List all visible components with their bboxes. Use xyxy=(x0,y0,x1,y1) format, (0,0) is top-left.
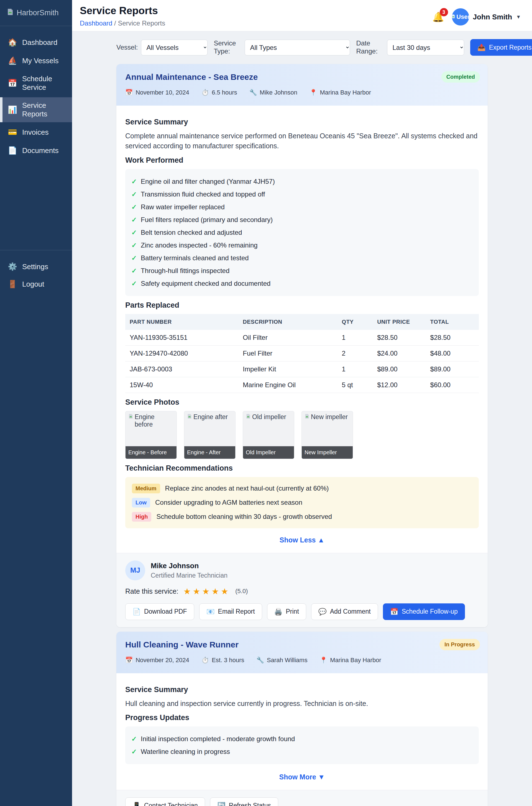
parts-replaced-heading: Parts Replaced xyxy=(125,301,479,310)
calendar-icon: 📅 xyxy=(125,89,133,96)
sidebar-item-documents[interactable]: 📄 Documents xyxy=(0,142,72,159)
priority-badge-medium: Medium xyxy=(132,484,160,493)
work-item: ✓Raw water impeller replaced xyxy=(131,201,473,213)
report-body: Service Summary Hull cleaning and inspec… xyxy=(116,673,488,790)
report-duration: 6.5 hours xyxy=(212,89,237,96)
door-icon: 🚪 xyxy=(8,280,17,288)
show-less-link[interactable]: Show Less ▲ xyxy=(280,536,324,544)
work-item: ✓Belt tension checked and adjusted xyxy=(131,226,473,239)
calendar-icon: 📅 xyxy=(390,608,398,616)
check-icon: ✓ xyxy=(131,280,137,287)
work-item: ✓Fuel filters replaced (primary and seco… xyxy=(131,213,473,226)
service-type-filter: Service Type: All Types xyxy=(214,39,350,55)
email-report-button[interactable]: 📧Email Report xyxy=(199,603,262,620)
service-photos: Engine before Engine - Before Engine aft… xyxy=(125,411,479,459)
report-card-header: Hull Cleaning - Wave Runner In Progress … xyxy=(116,632,488,673)
chevron-down-icon: ▼ xyxy=(318,773,325,781)
contact-technician-button[interactable]: 📱Contact Technician xyxy=(125,798,205,806)
show-more-link[interactable]: Show More ▼ xyxy=(279,773,325,781)
rating-label: Rate this service: xyxy=(125,587,178,595)
download-pdf-button[interactable]: 📄Download PDF xyxy=(125,603,194,620)
progress-item: ✓Initial inspection completed - moderate… xyxy=(131,733,473,745)
wrench-icon: 🔧 xyxy=(256,657,264,664)
sailboat-icon: ⛵ xyxy=(8,56,17,65)
table-row: 15W-40Marine Engine Oil5 qt$12.00$60.00 xyxy=(125,377,479,393)
photo-engine-after[interactable]: Engine after Engine - After xyxy=(184,411,235,459)
sidebar-item-settings[interactable]: ⚙️ Settings xyxy=(0,258,72,275)
photo-alt-text: New impeller xyxy=(311,413,348,421)
sidebar-item-service-reports[interactable]: 📊 Service Reports xyxy=(0,97,72,122)
sidebar-nav: 🏠 Dashboard ⛵ My Vessels 📅 Schedule Serv… xyxy=(0,26,72,160)
calendar-icon: 📅 xyxy=(125,657,133,664)
bar-chart-icon: 📊 xyxy=(8,105,17,114)
stopwatch-icon: ⏱️ xyxy=(202,89,209,96)
check-icon: ✓ xyxy=(131,241,137,249)
check-icon: ✓ xyxy=(131,229,137,237)
check-icon: ✓ xyxy=(131,267,137,275)
sidebar-item-invoices[interactable]: 💳 Invoices xyxy=(0,124,72,140)
col-part-number: PART NUMBER xyxy=(125,314,238,330)
work-item: ✓Transmission fluid checked and topped o… xyxy=(131,188,473,201)
sidebar-item-label: Service Reports xyxy=(22,101,64,118)
notifications-button[interactable]: 🔔 3 xyxy=(432,11,444,22)
chevron-down-icon: ▼ xyxy=(516,14,521,20)
priority-badge-low: Low xyxy=(132,498,150,507)
photo-engine-before[interactable]: Engine before Engine - Before xyxy=(125,411,177,459)
check-icon: ✓ xyxy=(131,190,137,198)
refresh-status-button[interactable]: 🔄Refresh Status xyxy=(210,798,278,806)
report-actions: 📱Contact Technician 🔄Refresh Status xyxy=(125,798,479,806)
export-reports-button[interactable]: 📤 Export Reports xyxy=(470,39,532,56)
user-menu[interactable]: User John Smith ▼ xyxy=(452,8,521,25)
report-meta: 📅November 10, 2024 ⏱️6.5 hours 🔧Mike Joh… xyxy=(125,89,479,96)
print-button[interactable]: 🖨️Print xyxy=(267,603,306,620)
phone-icon: 📱 xyxy=(132,802,141,806)
add-comment-button[interactable]: 💬Add Comment xyxy=(311,603,378,620)
sidebar-item-dashboard[interactable]: 🏠 Dashboard xyxy=(0,34,72,51)
breadcrumb-dashboard-link[interactable]: Dashboard xyxy=(80,19,112,27)
work-performed-list: ✓Engine oil and filter changed (Yanmar 4… xyxy=(125,169,479,296)
pin-icon: 📍 xyxy=(320,657,327,664)
check-icon: ✓ xyxy=(131,254,137,262)
star-rating[interactable]: ★★★★★ xyxy=(184,586,230,596)
report-title: Annual Maintenance - Sea Breeze xyxy=(125,72,479,82)
progress-updates-heading: Progress Updates xyxy=(125,713,479,722)
schedule-follow-up-button[interactable]: 📅Schedule Follow-up xyxy=(383,603,465,620)
status-badge: In Progress xyxy=(439,639,480,650)
avatar: User xyxy=(452,8,469,25)
photo-old-impeller[interactable]: Old impeller Old Impeller xyxy=(243,411,294,459)
report-technician: Mike Johnson xyxy=(260,89,297,96)
report-card-annual-maintenance: Annual Maintenance - Sea Breeze Complete… xyxy=(116,64,488,627)
document-icon: 📄 xyxy=(132,608,141,616)
col-total: TOTAL xyxy=(426,314,479,330)
sidebar-item-logout[interactable]: 🚪 Logout xyxy=(0,276,72,293)
photo-new-impeller[interactable]: New impeller New Impeller xyxy=(302,411,353,459)
pin-icon: 📍 xyxy=(309,89,317,96)
avatar-alt-text: User xyxy=(456,13,469,20)
service-type-filter-select[interactable]: All Types xyxy=(245,40,350,55)
check-icon: ✓ xyxy=(131,748,137,755)
broken-image-icon xyxy=(187,413,193,421)
photo-alt-text: Engine after xyxy=(193,413,228,421)
parts-table: PART NUMBER DESCRIPTION QTY UNIT PRICE T… xyxy=(125,314,479,393)
check-icon: ✓ xyxy=(131,216,137,224)
work-item: ✓Battery terminals cleaned and tested xyxy=(131,252,473,264)
photo-caption: New Impeller xyxy=(302,446,353,459)
service-type-filter-label: Service Type: xyxy=(214,39,241,55)
email-icon: 📧 xyxy=(206,608,215,616)
report-footer: MJ Mike Johnson Certified Marine Technic… xyxy=(116,553,488,627)
technician-avatar: MJ xyxy=(125,560,145,580)
table-row: YAN-119305-35151Oil Filter1$28.50$28.50 xyxy=(125,330,479,345)
report-body: Service Summary Complete annual maintena… xyxy=(116,106,488,553)
sidebar-item-schedule-service[interactable]: 📅 Schedule Service xyxy=(0,71,72,96)
sidebar-item-my-vessels[interactable]: ⛵ My Vessels xyxy=(0,52,72,69)
col-description: DESCRIPTION xyxy=(238,314,337,330)
breadcrumb-current: Service Reports xyxy=(118,19,165,27)
vessel-filter-select[interactable]: All Vessels xyxy=(141,40,208,55)
export-reports-label: Export Reports xyxy=(489,44,531,51)
notification-count-badge: 3 xyxy=(440,8,448,16)
date-range-filter-select[interactable]: Last 30 days xyxy=(387,40,464,55)
breadcrumb: Dashboard / Service Reports xyxy=(80,19,165,27)
sidebar-item-label: Logout xyxy=(22,280,44,288)
work-item: ✓Engine oil and filter changed (Yanmar 4… xyxy=(131,175,473,188)
sidebar-item-label: Settings xyxy=(22,262,48,271)
